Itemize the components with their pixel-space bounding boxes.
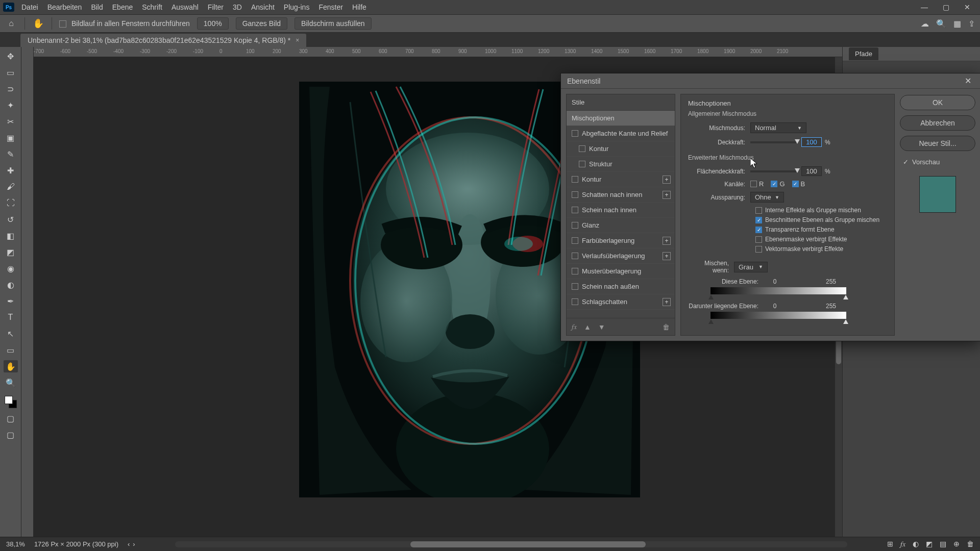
slider-handle-icon[interactable] [708,295,714,299]
hand-tool-icon[interactable]: ✋ [32,18,44,29]
style-row-mischoptionen[interactable]: Mischoptionen [567,111,675,126]
tool-zoom[interactable]: 🔍 [4,377,18,389]
style-row-dropshadow[interactable]: Schlagschatten+ [567,294,675,310]
style-checkbox[interactable] [572,283,578,290]
tab-pfade[interactable]: Pfade [849,47,878,60]
style-row-kontur2[interactable]: Kontur+ [567,172,675,187]
menu-ebene[interactable]: Ebene [108,1,137,13]
checkbox-icon[interactable] [59,20,66,28]
status-icon-6[interactable]: 🗑 [967,540,974,548]
tool-gradient[interactable]: ◩ [4,246,18,258]
channel-r-checkbox[interactable] [750,181,757,187]
menu-filter[interactable]: Filter [204,1,228,13]
channel-b-checkbox[interactable]: ✓ [792,181,799,187]
tool-eyedropper[interactable]: ✎ [4,148,18,160]
knockout-select[interactable]: Ohne ▼ [750,192,784,203]
style-row-coloroverlay[interactable]: Farbüberlagerung+ [567,233,675,248]
style-checkbox[interactable] [572,237,578,244]
arrow-right-icon[interactable]: › [133,540,135,548]
tool-blur[interactable]: ◉ [4,262,18,274]
opacity-slider[interactable] [750,141,797,143]
home-icon[interactable]: ⌂ [5,19,17,28]
vectormask-hides-checkbox[interactable] [755,246,762,253]
style-row-patternoverlay[interactable]: Musterüberlagerung [567,264,675,279]
menu-bearbeiten[interactable]: Bearbeiten [43,1,86,13]
screenmode-icon[interactable]: ▢ [4,429,18,441]
dialog-titlebar[interactable]: Ebenenstil ✕ [561,73,980,89]
menu-ansicht[interactable]: Ansicht [247,1,279,13]
workspace-icon[interactable]: ▦ [953,19,961,29]
window-minimize-button[interactable]: — [915,1,934,13]
transparency-shapes-checkbox[interactable]: ✓ [755,227,762,233]
move-down-icon[interactable]: ▼ [598,323,605,331]
tool-brush[interactable]: 🖌 [4,181,18,193]
status-icon-4[interactable]: ▤ [940,540,946,548]
new-style-button[interactable]: Neuer Stil... [900,136,975,151]
document-tab[interactable]: Unbenannt-2 bei 38,1% (bad7ba82c60283ba0… [20,34,306,47]
style-checkbox[interactable] [572,222,578,229]
status-icon-0[interactable]: ⊞ [887,540,893,548]
zoom-100-button[interactable]: 100% [197,17,229,30]
fx-icon[interactable]: 𝑓𝑥 [572,322,577,331]
preview-checkbox[interactable]: ✓ [903,158,909,166]
trash-icon[interactable]: 🗑 [663,323,670,331]
style-row-gradoverlay[interactable]: Verlaufsüberlagerung+ [567,248,675,264]
status-icon-3[interactable]: ◩ [926,540,933,548]
style-row-outerglow[interactable]: Schein nach außen [567,279,675,294]
window-close-button[interactable]: ✕ [958,1,977,13]
blend-interior-checkbox[interactable] [755,207,762,214]
style-row-bevel[interactable]: Abgeflachte Kante und Relief [567,126,675,141]
status-icon-1[interactable]: 𝑓𝑥 [900,540,905,548]
move-up-icon[interactable]: ▲ [584,323,591,331]
arrow-left-icon[interactable]: ‹ [128,540,130,548]
style-checkbox[interactable] [572,253,578,259]
color-swatches[interactable] [5,396,17,408]
quickmask-icon[interactable]: ▢ [4,412,18,424]
style-row-struktur[interactable]: Struktur [567,157,675,172]
menu-3d[interactable]: 3D [229,1,246,13]
style-row-glanz[interactable]: Glanz [567,218,675,233]
tool-history[interactable]: ↺ [4,213,18,226]
style-row-kontur1[interactable]: Kontur [567,141,675,157]
tool-lasso[interactable]: ⊃ [4,83,18,95]
search-icon[interactable]: 🔍 [936,19,946,29]
style-checkbox[interactable] [572,130,578,137]
scrollbar-thumb[interactable] [410,541,646,547]
fill-screen-button[interactable]: Bildschirm ausfüllen [295,17,372,30]
dialog-close-button[interactable]: ✕ [962,76,974,86]
opacity-input[interactable]: 100 [801,137,822,147]
this-layer-gradient[interactable] [710,287,846,294]
ruler-horizontal[interactable]: -700-600-500-400-300-200-100010020030040… [34,47,842,57]
blend-mode-select[interactable]: Normal ▼ [750,122,806,133]
tool-frame[interactable]: ▣ [4,132,18,144]
share-icon[interactable]: ⇪ [968,19,975,29]
slider-handle-icon[interactable] [843,295,848,299]
style-checkbox[interactable] [579,145,585,152]
style-row-innershadow[interactable]: Schatten nach innen+ [567,187,675,203]
tab-close-icon[interactable]: × [296,37,299,44]
slider-handle-icon[interactable] [708,319,714,324]
scroll-all-windows-option[interactable]: Bildlauf in allen Fenstern durchführen [59,19,190,28]
layermask-hides-checkbox[interactable] [755,236,762,243]
menu-hilfe[interactable]: Hilfe [348,1,371,13]
channel-g-checkbox[interactable]: ✓ [771,181,777,187]
style-checkbox[interactable] [579,161,585,167]
tool-wand[interactable]: ✦ [4,99,18,111]
add-effect-icon[interactable]: + [663,191,671,199]
menu-fenster[interactable]: Fenster [314,1,347,13]
add-effect-icon[interactable]: + [663,252,671,260]
blend-clipped-checkbox[interactable]: ✓ [755,217,762,223]
menu-plugins[interactable]: Plug-ins [280,1,314,13]
menu-bild[interactable]: Bild [87,1,107,13]
add-effect-icon[interactable]: + [663,298,671,306]
fit-screen-button[interactable]: Ganzes Bild [236,17,287,30]
tool-shape[interactable]: ▭ [4,344,18,356]
underlying-gradient[interactable] [710,312,846,319]
tool-hand[interactable]: ✋ [4,360,18,372]
tool-marquee[interactable]: ▭ [4,66,18,79]
tool-path[interactable]: ↖ [4,328,18,340]
slider-handle-icon[interactable] [843,319,848,324]
ruler-vertical[interactable] [21,47,34,537]
scrollbar-horizontal[interactable] [175,541,847,547]
status-icon-2[interactable]: ◐ [913,540,919,548]
